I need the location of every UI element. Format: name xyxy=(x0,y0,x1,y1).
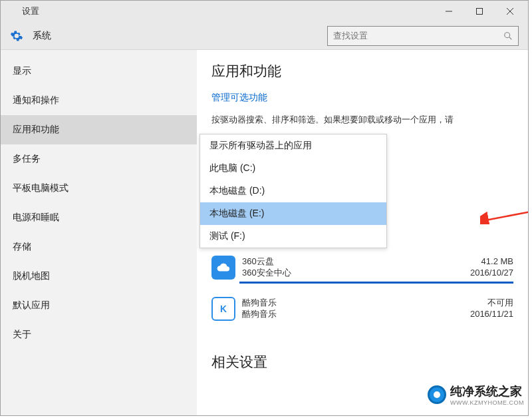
svg-point-4 xyxy=(505,32,510,37)
titlebar: 设置 xyxy=(1,1,528,22)
sidebar-item-power[interactable]: 电源和睡眠 xyxy=(1,203,197,232)
app-row[interactable]: K 酷狗音乐 酷狗音乐 不可用 2016/11/21 xyxy=(211,294,513,323)
svg-line-5 xyxy=(509,37,512,39)
sidebar-item-display[interactable]: 显示 xyxy=(1,57,197,86)
app-publisher: 酷狗音乐 xyxy=(242,309,277,320)
drive-filter-dropdown: 显示所有驱动器上的应用 此电脑 (C:) 本地磁盘 (D:) 本地磁盘 (E:)… xyxy=(200,134,387,248)
app-publisher: 360安全中心 xyxy=(242,268,291,279)
watermark-text: 纯净系统之家 xyxy=(450,383,524,399)
sidebar-item-storage[interactable]: 存储 xyxy=(1,232,197,262)
sidebar-item-about[interactable]: 关于 xyxy=(1,320,197,349)
dropdown-item-e[interactable]: 本地磁盘 (E:) xyxy=(200,202,386,225)
svg-text:K: K xyxy=(220,304,227,314)
app-row[interactable]: 360云盘 360安全中心 41.2 MB 2016/10/27 xyxy=(211,253,513,282)
sidebar-item-tablet[interactable]: 平板电脑模式 xyxy=(1,174,197,203)
search-placeholder: 查找设置 xyxy=(333,30,503,42)
section-title: 系统 xyxy=(33,30,51,42)
app-date: 2016/11/21 xyxy=(470,309,513,320)
sidebar-item-maps[interactable]: 脱机地图 xyxy=(1,262,197,291)
app-name: 酷狗音乐 xyxy=(242,298,277,309)
dropdown-item-c[interactable]: 此电脑 (C:) xyxy=(200,157,386,180)
svg-rect-1 xyxy=(477,9,483,15)
app-list: 360云盘 360安全中心 41.2 MB 2016/10/27 K 酷狗音乐 … xyxy=(211,253,513,323)
main-panel: 应用和功能 管理可选功能 按驱动器搜索、排序和筛选。如果想要卸载或移动一个应用，… xyxy=(197,50,528,415)
app-date: 2016/10/27 xyxy=(470,268,513,279)
search-input[interactable]: 查找设置 xyxy=(327,26,519,46)
sidebar-item-multitask[interactable]: 多任务 xyxy=(1,144,197,174)
app-size: 41.2 MB xyxy=(470,256,513,268)
page-heading: 应用和功能 xyxy=(211,62,513,81)
close-button[interactable] xyxy=(495,1,525,21)
watermark-icon xyxy=(428,385,446,404)
cloud-icon xyxy=(211,256,235,280)
maximize-button[interactable] xyxy=(464,1,495,21)
search-icon xyxy=(503,31,513,41)
dropdown-item-all[interactable]: 显示所有驱动器上的应用 xyxy=(200,134,386,157)
app-name: 360云盘 xyxy=(242,256,291,268)
minimize-button[interactable] xyxy=(434,1,464,21)
svg-line-8 xyxy=(485,199,528,220)
sidebar-item-apps[interactable]: 应用和功能 xyxy=(1,115,197,144)
app-size: 不可用 xyxy=(470,298,513,309)
window-title: 设置 xyxy=(22,5,39,17)
subheader: 系统 查找设置 xyxy=(1,22,528,50)
sidebar-item-notifications[interactable]: 通知和操作 xyxy=(1,86,197,115)
watermark: 纯净系统之家 WWW.KZMYHOME.COM xyxy=(428,383,524,406)
dropdown-item-f[interactable]: 测试 (F:) xyxy=(200,225,386,248)
description-text: 按驱动器搜索、排序和筛选。如果想要卸载或移动一个应用，请 xyxy=(211,113,513,126)
sidebar-item-default-apps[interactable]: 默认应用 xyxy=(1,291,197,320)
gear-icon xyxy=(10,29,23,43)
manage-optional-link[interactable]: 管理可选功能 xyxy=(211,92,267,104)
k-icon: K xyxy=(211,297,235,321)
sidebar: 显示 通知和操作 应用和功能 多任务 平板电脑模式 电源和睡眠 存储 脱机地图 … xyxy=(1,50,197,415)
annotation-arrow-icon xyxy=(480,198,528,224)
dropdown-item-d[interactable]: 本地磁盘 (D:) xyxy=(200,180,386,202)
related-heading: 相关设置 xyxy=(211,353,513,371)
watermark-url: WWW.KZMYHOME.COM xyxy=(450,399,524,406)
